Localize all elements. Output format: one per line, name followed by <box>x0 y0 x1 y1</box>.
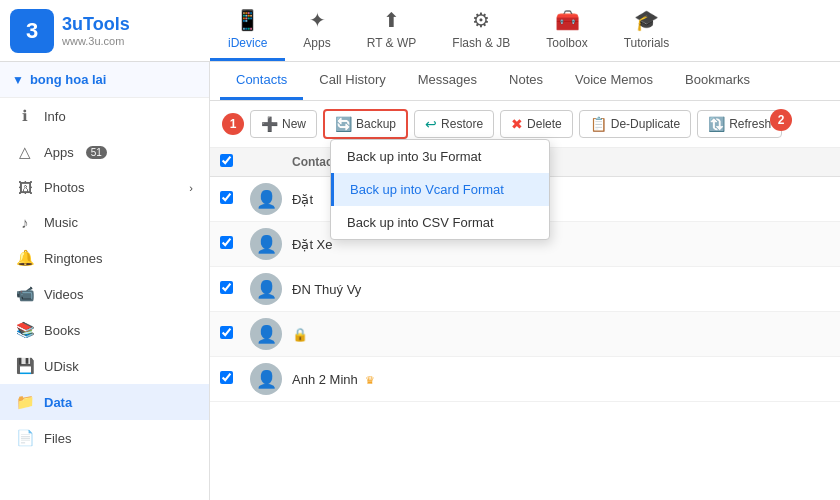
tab-contacts[interactable]: Contacts <box>220 62 303 100</box>
select-all-checkbox[interactable] <box>220 154 233 167</box>
table-row: 👤 🔒 <box>210 312 840 357</box>
new-icon: ➕ <box>261 116 278 132</box>
deduplicate-icon: 📋 <box>590 116 607 132</box>
tab-bar: Contacts Call History Messages Notes Voi… <box>210 62 840 101</box>
avatar-circle: 👤 <box>250 363 282 395</box>
nav-item-flashjb[interactable]: ⚙ Flash & JB <box>434 0 528 61</box>
row-avatar-5: 👤 <box>250 363 292 395</box>
avatar-circle: 👤 <box>250 228 282 260</box>
nav-item-apps[interactable]: ✦ Apps <box>285 0 348 61</box>
row-check-2[interactable] <box>220 236 250 252</box>
sidebar-item-ringtones[interactable]: 🔔 Ringtones <box>0 240 209 276</box>
sidebar-item-info[interactable]: ℹ Info <box>0 98 209 134</box>
flashjb-icon: ⚙ <box>472 8 490 32</box>
sidebar-label-udisk: UDisk <box>44 359 79 374</box>
logo-icon: 3 <box>10 9 54 53</box>
sidebar-label-books: Books <box>44 323 80 338</box>
sidebar-label-videos: Videos <box>44 287 84 302</box>
sidebar: ▼ bong hoa lai ℹ Info △ Apps 51 🖼 Photos… <box>0 62 210 500</box>
tab-notes[interactable]: Notes <box>493 62 559 100</box>
nav-label-toolbox: Toolbox <box>546 36 587 50</box>
restore-icon: ↩ <box>425 116 437 132</box>
data-icon: 📁 <box>16 393 34 411</box>
dropdown-3u-format[interactable]: Back up into 3u Format <box>331 140 549 173</box>
device-expand-icon: ▼ <box>12 73 24 87</box>
nav-label-apps: Apps <box>303 36 330 50</box>
rtwp-icon: ⬆ <box>383 8 400 32</box>
nav-item-rtwp[interactable]: ⬆ RT & WP <box>349 0 435 61</box>
apps-sidebar-icon: △ <box>16 143 34 161</box>
sidebar-item-videos[interactable]: 📹 Videos <box>0 276 209 312</box>
row-check-3[interactable] <box>220 281 250 297</box>
device-name: bong hoa lai <box>30 72 107 87</box>
header-check <box>220 154 250 170</box>
sidebar-item-music[interactable]: ♪ Music <box>0 205 209 240</box>
logo-url: www.3u.com <box>62 35 130 47</box>
sidebar-label-photos: Photos <box>44 180 84 195</box>
logo-name: 3uTools <box>62 14 130 35</box>
sidebar-label-files: Files <box>44 431 71 446</box>
music-icon: ♪ <box>16 214 34 231</box>
sidebar-item-data[interactable]: 📁 Data <box>0 384 209 420</box>
idevice-icon: 📱 <box>235 8 260 32</box>
sidebar-item-files[interactable]: 📄 Files <box>0 420 209 456</box>
nav-label-idevice: iDevice <box>228 36 267 50</box>
sidebar-label-music: Music <box>44 215 78 230</box>
nav-item-idevice[interactable]: 📱 iDevice <box>210 0 285 61</box>
photos-chevron-icon: › <box>189 182 193 194</box>
delete-button[interactable]: ✖ Delete <box>500 110 573 138</box>
row-check-4[interactable] <box>220 326 250 342</box>
contact-name-4: 🔒 <box>292 327 830 342</box>
logo-text: 3uTools www.3u.com <box>62 14 130 47</box>
sidebar-item-books[interactable]: 📚 Books <box>0 312 209 348</box>
sidebar-label-apps: Apps <box>44 145 74 160</box>
sidebar-label-data: Data <box>44 395 72 410</box>
contact-name-3: ĐN Thuý Vy <box>292 282 830 297</box>
avatar-circle: 👤 <box>250 273 282 305</box>
nav-item-tutorials[interactable]: 🎓 Tutorials <box>606 0 688 61</box>
sidebar-item-udisk[interactable]: 💾 UDisk <box>0 348 209 384</box>
nav-label-flashjb: Flash & JB <box>452 36 510 50</box>
refresh-icon: 🔃 <box>708 116 725 132</box>
row-avatar-3: 👤 <box>250 273 292 305</box>
sidebar-item-photos[interactable]: 🖼 Photos › <box>0 170 209 205</box>
tab-messages[interactable]: Messages <box>402 62 493 100</box>
content-area: Contacts Call History Messages Notes Voi… <box>210 62 840 500</box>
photos-icon: 🖼 <box>16 179 34 196</box>
udisk-icon: 💾 <box>16 357 34 375</box>
tutorials-icon: 🎓 <box>634 8 659 32</box>
row-check-1[interactable] <box>220 191 250 207</box>
sidebar-item-apps[interactable]: △ Apps 51 <box>0 134 209 170</box>
ringtones-icon: 🔔 <box>16 249 34 267</box>
dropdown-vcard-format[interactable]: Back up into Vcard Format <box>331 173 549 206</box>
apps-icon: ✦ <box>309 8 326 32</box>
badge-1: 1 <box>222 113 244 135</box>
toolbar: 1 ➕ New 🔄 Backup ↩ Restore ✖ Delete 📋 De… <box>210 101 840 148</box>
contact-name-5: Anh 2 Minh ♛ <box>292 372 830 387</box>
row-check-5[interactable] <box>220 371 250 387</box>
sidebar-label-ringtones: Ringtones <box>44 251 103 266</box>
backup-dropdown: Back up into 3u Format Back up into Vcar… <box>330 139 550 240</box>
crown-icon: ♛ <box>365 374 375 386</box>
delete-icon: ✖ <box>511 116 523 132</box>
videos-icon: 📹 <box>16 285 34 303</box>
avatar-circle: 👤 <box>250 318 282 350</box>
info-icon: ℹ <box>16 107 34 125</box>
device-section: ▼ bong hoa lai <box>0 62 209 98</box>
restore-button[interactable]: ↩ Restore <box>414 110 494 138</box>
table-row: 👤 Anh 2 Minh ♛ <box>210 357 840 402</box>
refresh-button[interactable]: 🔃 Refresh <box>697 110 782 138</box>
tab-call-history[interactable]: Call History <box>303 62 401 100</box>
nav-item-toolbox[interactable]: 🧰 Toolbox <box>528 0 605 61</box>
toolbox-icon: 🧰 <box>555 8 580 32</box>
new-button[interactable]: ➕ New <box>250 110 317 138</box>
avatar-circle: 👤 <box>250 183 282 215</box>
deduplicate-button[interactable]: 📋 De-Duplicate <box>579 110 691 138</box>
tab-bookmarks[interactable]: Bookmarks <box>669 62 766 100</box>
dropdown-csv-format[interactable]: Back up into CSV Format <box>331 206 549 239</box>
tab-voice-memos[interactable]: Voice Memos <box>559 62 669 100</box>
table-row: 👤 ĐN Thuý Vy <box>210 267 840 312</box>
nav-label-rtwp: RT & WP <box>367 36 417 50</box>
main-layout: ▼ bong hoa lai ℹ Info △ Apps 51 🖼 Photos… <box>0 62 840 500</box>
backup-button[interactable]: 🔄 Backup <box>323 109 408 139</box>
